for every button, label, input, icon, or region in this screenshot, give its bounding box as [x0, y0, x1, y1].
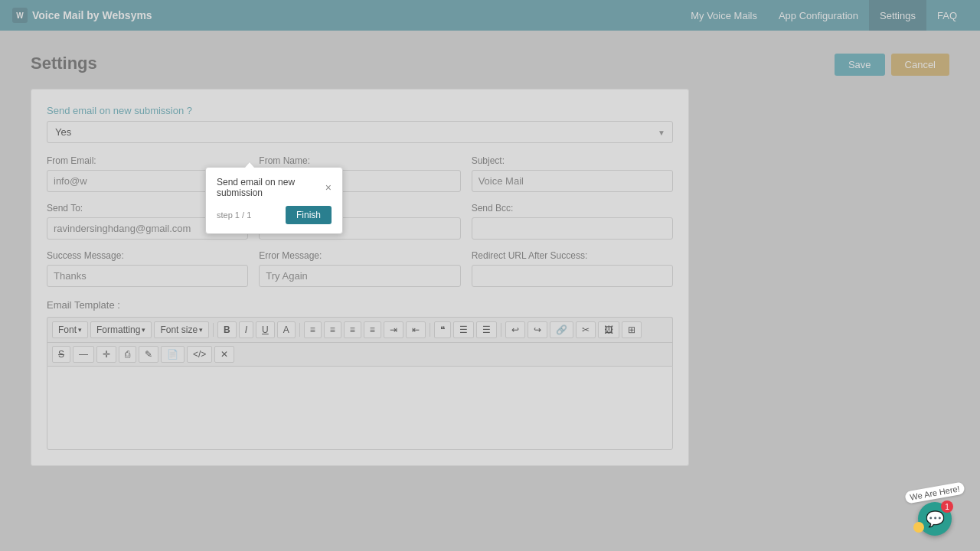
- main-content: Settings Save Cancel Send email on new s…: [0, 31, 980, 551]
- chat-button[interactable]: 💬 1: [918, 502, 952, 536]
- tooltip-close-btn[interactable]: ×: [325, 182, 332, 193]
- tooltip-title: Send email on new submission: [217, 177, 325, 198]
- tooltip-header: Send email on new submission ×: [217, 177, 332, 198]
- tooltip-popup: Send email on new submission × step 1 / …: [205, 167, 343, 234]
- we-are-here-widget: We Are Here! 💬 1: [905, 487, 965, 536]
- chat-notification-badge: 1: [941, 500, 953, 513]
- tooltip-footer: step 1 / 1 Finish: [217, 206, 332, 224]
- tooltip-finish-btn[interactable]: Finish: [286, 206, 332, 224]
- tooltip-step: step 1 / 1: [217, 210, 251, 220]
- chat-icon: 💬: [926, 510, 945, 528]
- modal-overlay: [0, 0, 980, 551]
- yellow-dot-icon: [913, 522, 924, 533]
